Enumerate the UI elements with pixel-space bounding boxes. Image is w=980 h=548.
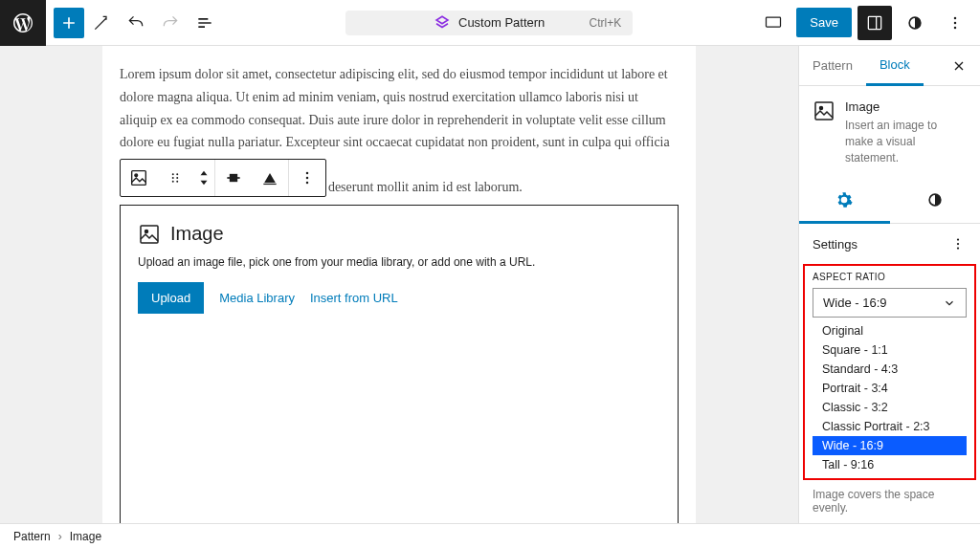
aspect-ratio-option[interactable]: Portrait - 3:4: [813, 379, 967, 398]
undo-button[interactable]: [119, 6, 153, 40]
styles-button[interactable]: [898, 6, 932, 40]
svg-point-25: [957, 243, 959, 245]
wordpress-logo[interactable]: [0, 0, 46, 46]
align-button[interactable]: [215, 160, 252, 196]
block-info-icon: [813, 99, 835, 165]
editor-canvas[interactable]: Lorem ipsum dolor sit amet, consectetur …: [102, 46, 696, 523]
svg-point-9: [176, 173, 178, 175]
block-name: Image: [845, 99, 967, 114]
svg-rect-22: [815, 102, 833, 120]
close-sidebar-button[interactable]: [938, 49, 980, 83]
aspect-ratio-option[interactable]: Tall - 9:16: [813, 455, 967, 474]
svg-point-23: [820, 107, 823, 110]
aspect-ratio-panel: ASPECT RATIO Wide - 16:9 Original Square…: [803, 264, 976, 480]
tools-button[interactable]: [84, 6, 119, 40]
styles-subtab[interactable]: [890, 179, 981, 223]
breadcrumb: Pattern › Image: [0, 523, 980, 548]
aspect-ratio-dropdown: Original Square - 1:1 Standard - 4:3 Por…: [813, 321, 967, 474]
settings-panel-title: Settings: [813, 237, 858, 252]
aspect-ratio-label: ASPECT RATIO: [813, 272, 967, 282]
svg-point-7: [135, 174, 138, 177]
svg-point-12: [172, 181, 174, 183]
image-block-placeholder[interactable]: Image Upload an image file, pick one fro…: [120, 205, 679, 523]
shortcut-hint: Ctrl+K: [589, 16, 621, 30]
aspect-ratio-option[interactable]: Square - 1:1: [813, 340, 967, 360]
svg-point-3: [954, 16, 957, 19]
document-title-bar[interactable]: Custom Pattern Ctrl+K: [345, 11, 633, 35]
svg-point-17: [306, 172, 309, 175]
chevron-right-icon: ›: [58, 530, 62, 543]
aspect-ratio-option[interactable]: Wide - 16:9: [813, 436, 967, 455]
svg-point-19: [306, 182, 309, 185]
view-button[interactable]: [756, 6, 791, 40]
settings-panel-menu[interactable]: [949, 235, 967, 252]
svg-point-13: [176, 181, 178, 183]
upload-button[interactable]: Upload: [138, 282, 204, 314]
redo-button[interactable]: [153, 6, 188, 40]
breadcrumb-item[interactable]: Image: [70, 530, 101, 543]
chevron-down-icon: [943, 296, 956, 310]
aspect-ratio-select[interactable]: Wide - 16:9: [813, 288, 967, 318]
media-library-button[interactable]: Media Library: [219, 291, 295, 305]
toggle-inserter-button[interactable]: [54, 8, 84, 38]
aspect-ratio-option[interactable]: Original: [813, 321, 967, 340]
drag-handle[interactable]: [157, 160, 193, 196]
svg-rect-0: [767, 17, 781, 27]
options-button[interactable]: [938, 6, 972, 40]
document-title: Custom Pattern: [458, 15, 545, 30]
aspect-ratio-option[interactable]: Standard - 4:3: [813, 360, 967, 379]
image-block-title: Image: [170, 223, 224, 245]
breadcrumb-item[interactable]: Pattern: [13, 530, 51, 543]
svg-rect-6: [132, 171, 146, 186]
aspect-ratio-option[interactable]: Classic Portrait - 2:3: [813, 417, 967, 436]
settings-sidebar: Pattern Block Image Insert an image to m…: [798, 46, 980, 523]
caption-button[interactable]: [252, 160, 288, 196]
svg-rect-1: [868, 16, 880, 29]
svg-point-4: [954, 21, 957, 24]
tab-block[interactable]: Block: [866, 46, 924, 86]
aspect-ratio-value: Wide - 16:9: [823, 296, 886, 310]
svg-point-10: [172, 177, 174, 179]
pattern-icon: [434, 14, 451, 32]
aspect-ratio-help: Image covers the space evenly.: [799, 480, 980, 523]
block-toolbar: [120, 159, 326, 197]
image-icon: [138, 223, 161, 246]
move-buttons[interactable]: [193, 160, 214, 196]
save-button[interactable]: Save: [796, 8, 852, 37]
svg-rect-15: [227, 177, 239, 179]
svg-point-18: [306, 177, 309, 180]
settings-sidebar-toggle[interactable]: [858, 6, 892, 40]
insert-from-url-button[interactable]: Insert from URL: [310, 291, 398, 305]
aspect-ratio-option[interactable]: Classic - 3:2: [813, 398, 967, 417]
block-description: Insert an image to make a visual stateme…: [845, 118, 967, 165]
block-type-button[interactable]: [121, 160, 157, 196]
svg-point-8: [172, 173, 174, 175]
svg-point-26: [957, 248, 959, 250]
svg-point-5: [954, 26, 957, 29]
settings-subtab[interactable]: [799, 179, 890, 224]
document-overview-button[interactable]: [188, 6, 222, 40]
image-block-description: Upload an image file, pick one from your…: [138, 255, 660, 269]
svg-point-21: [145, 230, 148, 232]
tab-pattern[interactable]: Pattern: [799, 47, 866, 84]
svg-point-11: [176, 177, 178, 179]
svg-rect-16: [263, 184, 276, 185]
svg-rect-20: [141, 226, 158, 243]
block-options-button[interactable]: [289, 160, 325, 196]
svg-point-24: [957, 239, 959, 241]
